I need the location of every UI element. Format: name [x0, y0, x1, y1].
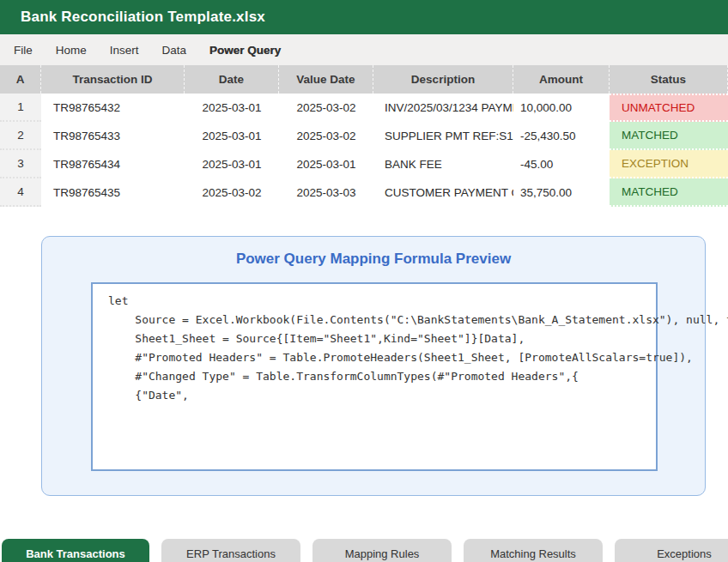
- cell-date[interactable]: 2025-03-01: [185, 150, 279, 178]
- cell-amount[interactable]: -25,430.50: [513, 122, 610, 150]
- cell-value-date[interactable]: 2025-03-02: [279, 94, 373, 122]
- transactions-table: A Transaction ID Date Value Date Descrip…: [0, 65, 728, 207]
- corner-header[interactable]: A: [0, 65, 41, 94]
- col-header-status[interactable]: Status: [610, 65, 728, 94]
- row-number[interactable]: 2: [0, 122, 41, 150]
- row-number[interactable]: 1: [0, 94, 41, 122]
- col-header-description[interactable]: Description: [373, 65, 513, 94]
- cell-transaction-id[interactable]: TR98765435: [41, 178, 185, 207]
- col-header-transaction-id[interactable]: Transaction ID: [41, 65, 185, 94]
- col-header-amount[interactable]: Amount: [513, 65, 610, 94]
- menu-insert[interactable]: Insert: [110, 44, 139, 57]
- row-number[interactable]: 3: [0, 150, 41, 178]
- cell-transaction-id[interactable]: TR98765433: [41, 122, 185, 150]
- cell-amount[interactable]: -45.00: [513, 150, 610, 178]
- cell-description[interactable]: CUSTOMER PAYMENT C: [373, 178, 513, 207]
- cell-amount[interactable]: 10,000.00: [513, 94, 610, 122]
- cell-date[interactable]: 2025-03-01: [185, 94, 279, 122]
- title-bar: Bank Reconciliation Template.xlsx: [0, 0, 728, 34]
- col-header-value-date[interactable]: Value Date: [279, 65, 373, 94]
- col-header-date[interactable]: Date: [185, 65, 279, 94]
- cell-status[interactable]: MATCHED: [610, 178, 728, 207]
- cell-date[interactable]: 2025-03-01: [185, 122, 279, 150]
- menu-data[interactable]: Data: [162, 44, 187, 57]
- cell-value-date[interactable]: 2025-03-03: [279, 178, 373, 207]
- menu-bar: File Home Insert Data Power Query: [0, 34, 728, 65]
- cell-status[interactable]: MATCHED: [610, 122, 728, 150]
- menu-power-query[interactable]: Power Query: [209, 44, 281, 57]
- tab-exceptions[interactable]: Exceptions: [615, 539, 728, 562]
- cell-value-date[interactable]: 2025-03-01: [279, 150, 373, 178]
- cell-value-date[interactable]: 2025-03-02: [279, 122, 373, 150]
- row-number[interactable]: 4: [0, 178, 41, 207]
- tab-mapping-rules[interactable]: Mapping Rules: [312, 539, 452, 562]
- menu-home[interactable]: Home: [56, 44, 87, 57]
- cell-description[interactable]: BANK FEE: [373, 150, 513, 178]
- power-query-preview-panel: Power Query Mapping Formula Preview let …: [41, 236, 706, 496]
- tab-bank-transactions[interactable]: Bank Transactions: [2, 539, 149, 562]
- formula-code: let Source = Excel.Workbook(File.Content…: [93, 284, 656, 405]
- cell-date[interactable]: 2025-03-02: [185, 178, 279, 207]
- tab-erp-transactions[interactable]: ERP Transactions: [161, 539, 300, 562]
- cell-status[interactable]: EXCEPTION: [610, 150, 728, 178]
- cell-status[interactable]: UNMATCHED: [610, 94, 728, 122]
- cell-transaction-id[interactable]: TR98765432: [41, 94, 185, 122]
- formula-code-box: let Source = Excel.Workbook(File.Content…: [91, 282, 658, 471]
- cell-amount[interactable]: 35,750.00: [513, 178, 610, 207]
- cell-description[interactable]: INV/2025/03/1234 PAYME: [373, 94, 513, 122]
- menu-file[interactable]: File: [14, 44, 33, 57]
- window-title: Bank Reconciliation Template.xlsx: [21, 9, 265, 26]
- tab-matching-results[interactable]: Matching Results: [464, 539, 603, 562]
- workbook-window: Bank Reconciliation Template.xlsx File H…: [0, 0, 728, 562]
- cell-transaction-id[interactable]: TR98765434: [41, 150, 185, 178]
- preview-title: Power Query Mapping Formula Preview: [42, 251, 705, 268]
- cell-description[interactable]: SUPPLIER PMT REF:S12: [373, 122, 513, 150]
- sheet-tabs: Bank Transactions ERP Transactions Mappi…: [2, 539, 728, 562]
